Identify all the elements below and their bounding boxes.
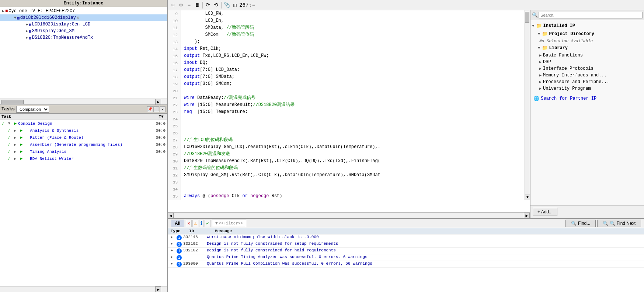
tree-item-sm[interactable]: ▶ ▦ SMDisplay:Gen_SM: [0, 28, 167, 34]
log-filter-icon-info[interactable]: ℹ: [199, 220, 204, 227]
toolbar-icon-6[interactable]: ⟲: [212, 1, 220, 9]
find-next-button[interactable]: 🔍 🔍 Find Next: [597, 220, 641, 227]
line-code: input Rst,Clk;: [181, 45, 221, 52]
tree-item-chip[interactable]: ▶ ■ Cyclone IV E: EP4CE6E22C7: [0, 8, 167, 14]
ip-section-library[interactable]: ▼ 📁 Library: [530, 44, 644, 52]
code-hscroll-left[interactable]: ◀: [168, 213, 174, 218]
hscroll-thumb[interactable]: [1, 100, 24, 104]
toolbar-icon-3[interactable]: ≡: [185, 1, 193, 9]
find-next-icon: 🔍: [603, 221, 608, 226]
ip-section-project[interactable]: ▼ 📁 Project Directory: [530, 30, 644, 38]
log-filter-input-btn[interactable]: ▼ <<Filter>>: [212, 220, 246, 227]
log-col-id-label: ID: [189, 229, 215, 233]
task-play-timing[interactable]: ▶: [20, 149, 22, 154]
task-expand-assembler[interactable]: ▶: [14, 142, 18, 147]
log-type-icon: i: [177, 255, 182, 260]
line-number: 17: [168, 66, 181, 73]
tasks-icon-restore[interactable]: ⬜: [153, 106, 159, 112]
task-play-fitter[interactable]: ▶: [20, 135, 22, 140]
task-play-analysis[interactable]: ▶: [20, 128, 22, 133]
tasks-hscroll-right[interactable]: ▶: [155, 286, 161, 292]
tasks-icon-pin[interactable]: 📌: [147, 106, 153, 112]
task-play-assembler[interactable]: ▶: [20, 142, 22, 147]
toolbar-icon-7[interactable]: 📎: [223, 1, 230, 9]
code-content[interactable]: ▼ 9 LCD_RW,10 LCD_En,11 SMData, //数码管段码1…: [168, 10, 530, 212]
task-row-fitter[interactable]: ✓ ▶ ▶ Fitter (Place & Route) 00:0: [0, 134, 167, 141]
log-expand-icon[interactable]: ▶: [171, 261, 175, 266]
log-filter-icon-x[interactable]: ✕: [186, 220, 192, 227]
tasks-dropdown[interactable]: Compilation: [16, 106, 49, 113]
log-expand-icon[interactable]: ▶: [171, 248, 175, 253]
ip-subitem-iface[interactable]: ▶ Interface Protocols: [530, 65, 644, 72]
tasks-hscroll[interactable]: ▶: [0, 286, 167, 292]
log-row[interactable]: ▶ i 332102 Design is not fully constrain…: [168, 241, 644, 248]
task-row-analysis[interactable]: ✓ ▶ ▶ Analysis & Synthesis 00:0: [0, 127, 167, 134]
code-hscroll[interactable]: ◀ ▶: [168, 212, 530, 218]
log-filter-icon-ok[interactable]: ✓: [205, 220, 210, 227]
ip-subitem-label-basic: Basic Functions: [543, 53, 583, 58]
task-row-compile[interactable]: ✓ ▼ ▶ Compile Design 00:0: [0, 120, 167, 127]
ip-section-installed[interactable]: ▼ 📁 Installed IP: [530, 22, 644, 30]
tree-item-lcd[interactable]: ▶ ▦ LCD1602Display:Gen_LCD: [0, 21, 167, 28]
ip-subitem-proc[interactable]: ▶ Processors and Periphe...: [530, 79, 644, 85]
log-filter-icons: ✕ ⚠ ℹ ✓: [186, 220, 210, 227]
log-expand-icon[interactable]: ▶: [171, 255, 175, 259]
log-row[interactable]: ▶ i 293000 Quartus Prime Full Compilatio…: [168, 261, 644, 268]
line-code: wire DataReady;//测温完成信号: [181, 95, 255, 101]
task-expand-analysis[interactable]: ▶: [14, 128, 18, 133]
task-row-assembler[interactable]: ✓ ▶ ▶ Assembler (Generate programming fi…: [0, 141, 167, 148]
code-line: 24: [168, 116, 525, 123]
ds18-expand-icon: ▶: [26, 35, 28, 40]
task-expand-eda[interactable]: ▶: [14, 157, 18, 161]
code-vscroll-thumb[interactable]: [525, 12, 529, 23]
task-label-assembler: Assembler (Generate programming files): [30, 142, 146, 147]
task-expand-timing[interactable]: ▶: [14, 150, 18, 154]
log-tab-all[interactable]: All: [171, 220, 184, 227]
ip-subitem-label-dsp: DSP: [543, 59, 551, 65]
task-row-eda[interactable]: ✓ ▶ ▶ EDA Netlist Writer: [0, 155, 167, 162]
code-vscroll[interactable]: ▼: [525, 10, 530, 200]
task-play-eda[interactable]: ▶: [20, 156, 22, 161]
ip-search-input[interactable]: [539, 12, 643, 18]
code-hscroll-right[interactable]: ▶: [524, 213, 530, 218]
toolbar-icon-9[interactable]: 267↕: [242, 1, 249, 9]
code-vscroll-down[interactable]: ▼: [525, 195, 530, 200]
ip-subitem-mem[interactable]: ▶ Memory Interfaces and...: [530, 72, 644, 79]
find-button[interactable]: 🔍 Find...: [565, 220, 596, 227]
line-number: 20: [168, 87, 181, 95]
hscroll-right[interactable]: ▶: [155, 99, 161, 105]
ip-add-button[interactable]: + Add...: [533, 208, 557, 216]
log-col-msg-label: Message: [215, 229, 641, 233]
task-play-compile[interactable]: ▶: [14, 121, 17, 126]
task-status-assembler: ✓: [7, 141, 13, 148]
ip-partner-label: Search for Partner IP: [541, 96, 596, 101]
log-filter-icon-warn[interactable]: ⚠: [192, 220, 198, 227]
toolbar-icon-4[interactable]: ≣: [194, 1, 201, 9]
toolbar-icon-1[interactable]: ⊕: [169, 1, 177, 9]
ip-subitem-univ[interactable]: ▶ University Program: [530, 85, 644, 92]
task-row-timing[interactable]: ✓ ▶ ▶ Timing Analysis 00:0: [0, 148, 167, 155]
toolbar-icon-10[interactable]: ≡: [250, 1, 257, 9]
task-time-compile: 00:0: [147, 121, 166, 126]
tree-item-ds18[interactable]: ▶ ▦ DS18B20:TmpMeasureAndTx: [0, 34, 167, 41]
toolbar-icon-8[interactable]: ◫: [231, 1, 239, 9]
tree-item-top-entity[interactable]: ▼ ▦ ds18b20lcd1602display ⊡: [0, 14, 167, 21]
line-number: 34: [168, 186, 181, 193]
log-row[interactable]: ▶ i Quartus Prime Timing Analyzer was su…: [168, 254, 644, 261]
toolbar-icon-5[interactable]: ⟳: [204, 1, 212, 9]
ip-partner-link[interactable]: 🌐 Search for Partner IP: [530, 95, 644, 102]
task-expand-compile[interactable]: ▼: [8, 121, 13, 126]
log-row[interactable]: ▶ i 332102 Design is not fully constrain…: [168, 248, 644, 254]
tree-hscroll[interactable]: ▶: [0, 99, 167, 104]
task-label-compile: Compile Design: [18, 121, 146, 126]
ip-subitem-arrow-dsp: ▶: [539, 60, 542, 64]
log-row[interactable]: ▶ i 332146 Worst-case minimum pulse widt…: [168, 234, 644, 241]
toolbar-icon-2[interactable]: ⚙: [177, 1, 185, 9]
ip-subitem-dsp[interactable]: ▶ DSP: [530, 59, 644, 65]
tasks-icon-close[interactable]: ✕: [160, 106, 166, 112]
log-expand-icon[interactable]: ▶: [171, 235, 175, 239]
ip-subitem-basic[interactable]: ▶ Basic Functions: [530, 52, 644, 59]
log-expand-icon[interactable]: ▶: [171, 241, 175, 246]
task-expand-fitter[interactable]: ▶: [14, 135, 18, 140]
ip-search-bar: 🔍: [530, 10, 644, 20]
